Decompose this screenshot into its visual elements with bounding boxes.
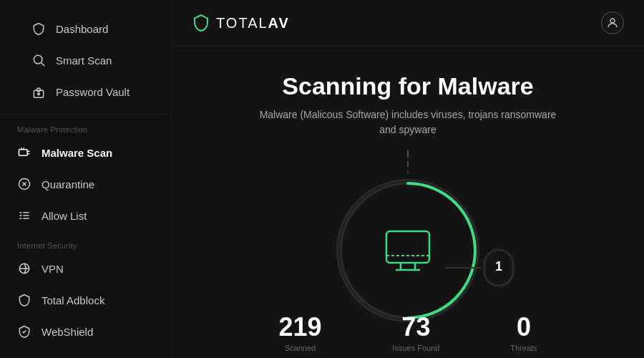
sidebar-item-label: Smart Scan <box>56 54 112 67</box>
sidebar-item-smart-scan[interactable]: Smart Scan <box>14 44 157 76</box>
stat-value-scanned: 219 <box>278 312 321 342</box>
sidebar-item-adblock[interactable]: Total Adblock <box>0 284 171 316</box>
list-icon <box>17 208 31 223</box>
shield-icon <box>31 21 46 36</box>
sidebar-item-label: VPN <box>42 263 64 275</box>
svg-rect-3 <box>37 88 41 92</box>
main-body: Scanning for Malware Malware (Malicous S… <box>172 47 644 358</box>
sidebar-item-malware-scan[interactable]: Malware Scan <box>0 137 171 168</box>
sidebar-item-label: Quarantine <box>42 178 94 190</box>
scan-dashed-indicator <box>407 150 409 175</box>
password-icon <box>31 84 46 99</box>
stat-issues: 73 Issues Found <box>392 312 439 352</box>
sidebar-item-label: Dashboard <box>56 23 108 35</box>
logo-shield-icon <box>192 14 210 32</box>
scan-subtitle: Malware (Malicous Software) includes vir… <box>258 107 558 137</box>
side-circle-svg: 1 <box>481 239 517 296</box>
scan-visual: 1 <box>286 150 530 322</box>
device-icon <box>372 215 444 286</box>
stat-scanned: 219 Scanned <box>278 312 321 352</box>
stat-value-threats: 0 <box>517 312 531 342</box>
malware-section-label: Malware Protection <box>0 115 171 137</box>
stat-label-threats: Threats <box>510 344 537 352</box>
svg-rect-22 <box>386 231 429 263</box>
app-logo: TOTALAV <box>192 14 290 32</box>
sidebar-item-label: Total Adblock <box>42 294 104 306</box>
logo-total: TOTAL <box>216 15 268 31</box>
scan-title: Scanning for Malware <box>282 72 533 100</box>
sidebar-item-data-breach[interactable]: Data Breach Check <box>0 347 171 358</box>
sidebar-item-dashboard[interactable]: Dashboard <box>14 13 157 44</box>
vpn-icon <box>17 261 31 276</box>
main-content: TOTALAV Scanning for Malware Malware (Ma… <box>172 0 644 358</box>
search-icon <box>31 53 46 67</box>
stat-label-issues: Issues Found <box>392 344 439 352</box>
internet-section-label: Internet Security <box>0 231 171 253</box>
stat-value-issues: 73 <box>401 312 430 342</box>
svg-rect-5 <box>19 150 28 155</box>
logo-av: AV <box>268 15 290 31</box>
malware-icon <box>17 145 31 160</box>
sidebar-item-allow-list[interactable]: Allow List <box>0 200 171 231</box>
sidebar-item-label: Malware Scan <box>42 147 112 159</box>
sidebar-top: Dashboard Smart Scan Password Vault <box>0 0 171 115</box>
main-header: TOTALAV <box>172 0 644 47</box>
sidebar-item-label: Allow List <box>42 210 87 222</box>
sidebar-item-label: WebShield <box>42 326 93 338</box>
logo-text: TOTALAV <box>216 15 290 32</box>
stat-label-scanned: Scanned <box>285 344 316 352</box>
sidebar-item-webshield[interactable]: WebShield <box>0 316 171 347</box>
svg-line-1 <box>42 63 45 67</box>
user-icon <box>606 16 619 29</box>
computer-svg <box>376 218 440 283</box>
sidebar: Dashboard Smart Scan Password Vault <box>0 0 172 358</box>
svg-point-19 <box>610 19 615 23</box>
stats-row: 219 Scanned 73 Issues Found 0 Threats <box>200 312 615 352</box>
svg-point-4 <box>38 93 40 95</box>
sidebar-item-password-vault[interactable]: Password Vault <box>14 76 157 107</box>
connector-line: 1 <box>445 239 517 296</box>
sidebar-item-vpn[interactable]: VPN <box>0 253 171 284</box>
svg-point-0 <box>34 55 42 64</box>
sidebar-item-label: Password Vault <box>56 86 130 98</box>
sidebar-item-quarantine[interactable]: Quarantine <box>0 168 171 200</box>
stat-threats: 0 Threats <box>510 312 537 352</box>
quarantine-icon <box>17 177 31 191</box>
adblock-icon <box>17 293 31 307</box>
webshield-icon <box>17 324 31 339</box>
svg-text:1: 1 <box>495 259 502 274</box>
user-account-button[interactable] <box>601 11 624 34</box>
